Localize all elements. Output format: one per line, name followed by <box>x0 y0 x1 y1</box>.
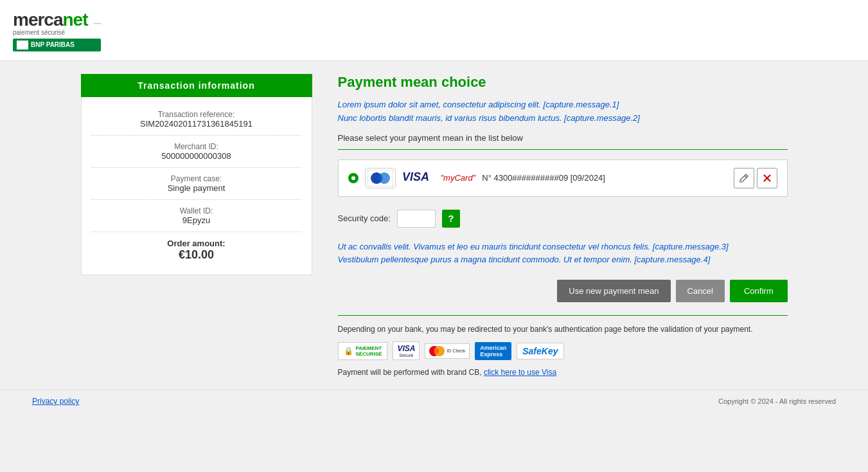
order-amount-value: €10.00 <box>91 248 302 262</box>
logo-sub: paiement sécurisé <box>13 29 101 36</box>
card-actions <box>734 168 777 188</box>
confirm-button[interactable]: Confirm <box>730 280 788 302</box>
wallet-id-row: Wallet ID: 9Epyzu <box>91 200 302 232</box>
radio-selected[interactable] <box>348 173 359 183</box>
footer-text: Depending on your bank, you may be redir… <box>338 323 788 335</box>
payment-card-row[interactable]: VISA "myCard" N° 4300##########09 [09/20… <box>338 159 788 197</box>
bnp-label: BNP PARIBAS <box>31 41 75 48</box>
payment-case-label: Payment case: <box>91 174 302 183</box>
page-footer: Privacy policy Copyright © 2024 - All ri… <box>0 390 868 412</box>
amex-label: AmericanExpress <box>480 345 506 358</box>
cb-logo <box>365 168 396 188</box>
select-instruction: Please select your payment mean in the l… <box>338 133 788 143</box>
order-amount-row: Order amount: €10.00 <box>91 232 302 268</box>
payment-case-row: Payment case: Single payment <box>91 168 302 200</box>
page-title: Payment mean choice <box>338 74 788 91</box>
securise-text: PAIEMENTSÉCURISÉ <box>356 345 382 357</box>
cancel-button[interactable]: Cancel <box>676 280 725 302</box>
header: mercanet ····· paiement sécurisé BNP PAR… <box>0 0 868 61</box>
logo-net: net <box>63 10 88 30</box>
visa-logo: VISA <box>402 170 434 186</box>
card-number: N° 4300##########09 [09/2024] <box>482 173 727 183</box>
paiement-securise-badge: 🔒 PAIEMENTSÉCURISÉ <box>338 342 388 360</box>
brand-text-row: Payment will be performed with brand CB,… <box>338 368 788 377</box>
copyright: Copyright © 2024 - All rights reserved <box>718 397 836 405</box>
sidebar: Transaction information Transaction refe… <box>81 74 312 377</box>
privacy-policy-link[interactable]: Privacy policy <box>32 397 79 406</box>
separator-footer <box>338 315 788 316</box>
action-buttons: Use new payment mean Cancel Confirm <box>338 280 788 302</box>
message3: Ut ac convallis velit. Vivamus et leo eu… <box>338 241 788 254</box>
safekey-label: SafeKey <box>522 346 558 356</box>
message1: Lorem ipsum dolor sit amet, consectetur … <box>338 98 788 112</box>
wallet-id-label: Wallet ID: <box>91 206 302 215</box>
visa-secure-badge: VISA Secure <box>393 341 420 360</box>
transaction-reference-row: Transaction reference: SIM20240201173136… <box>91 104 302 136</box>
mastercard-idcheck-badge: ID Check <box>425 343 470 359</box>
svg-text:VISA: VISA <box>402 170 429 183</box>
safekey-badge: SafeKey <box>517 343 563 359</box>
merchant-id-value: 500000000000308 <box>91 151 302 161</box>
merchant-id-row: Merchant ID: 500000000000308 <box>91 136 302 168</box>
right-content: Payment mean choice Lorem ipsum dolor si… <box>338 74 788 377</box>
idcheck-label: ID Check <box>447 349 465 353</box>
merchant-id-label: Merchant ID: <box>91 142 302 151</box>
security-row: Security code: ? <box>338 210 788 228</box>
amex-badge: AmericanExpress <box>475 342 511 360</box>
security-code-label: Security code: <box>338 213 391 223</box>
bnp-icon <box>17 41 28 50</box>
logo-dots: ····· <box>93 19 101 28</box>
sidebar-body: Transaction reference: SIM20240201173136… <box>81 97 312 275</box>
message4: Vestibulum pellentesque purus a magna ti… <box>338 253 788 267</box>
message-block-top: Lorem ipsum dolor sit amet, consectetur … <box>338 98 788 125</box>
transaction-reference-label: Transaction reference: <box>91 110 302 119</box>
use-new-payment-button[interactable]: Use new payment mean <box>557 280 670 302</box>
transaction-reference-value: SIM202402011731361845191 <box>91 119 302 129</box>
sidebar-title: Transaction information <box>81 74 312 97</box>
visa-secure-label: Secure <box>399 353 413 358</box>
edit-card-button[interactable] <box>734 168 754 188</box>
separator-top <box>338 149 788 150</box>
logo-text: mercanet ····· <box>13 10 101 30</box>
logo: mercanet ····· paiement sécurisé BNP PAR… <box>13 10 101 51</box>
main-content: Transaction information Transaction refe… <box>49 61 820 390</box>
bottom-messages: Ut ac convallis velit. Vivamus et leo eu… <box>338 241 788 268</box>
security-code-input[interactable] <box>397 210 436 228</box>
delete-card-button[interactable] <box>757 168 777 188</box>
my-card-label: "myCard" <box>441 173 476 183</box>
wallet-id-value: 9Epyzu <box>91 215 302 225</box>
security-badges: 🔒 PAIEMENTSÉCURISÉ VISA Secure ID Check … <box>338 341 788 360</box>
payment-case-value: Single payment <box>91 183 302 193</box>
order-amount-label: Order amount: <box>91 239 302 248</box>
message2: Nunc lobortis blandit mauris, id varius … <box>338 112 788 125</box>
logo-merca: merca <box>13 10 63 30</box>
brand-text: Payment will be performed with brand CB, <box>338 368 482 377</box>
svg-point-2 <box>378 172 390 184</box>
bnp-badge: BNP PARIBAS <box>13 39 101 51</box>
use-visa-link[interactable]: click here to use Visa <box>484 368 556 377</box>
security-help-button[interactable]: ? <box>442 210 460 228</box>
visa-secure-logo: VISA <box>397 344 415 353</box>
lock-icon: 🔒 <box>344 347 353 356</box>
